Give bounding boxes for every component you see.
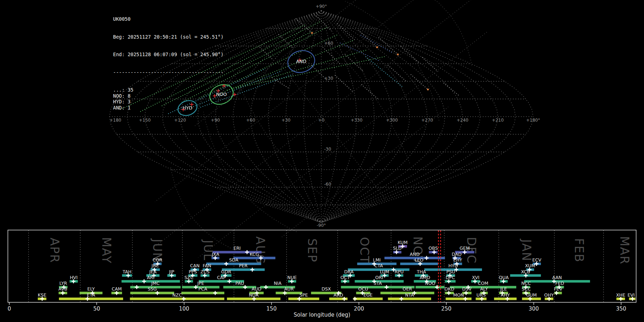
shower-code: KUM (397, 240, 408, 245)
activity-bar (59, 298, 123, 300)
peak-marker (135, 285, 139, 289)
axis-tick-label: 250 (441, 306, 452, 312)
shower-code: DAD (452, 252, 462, 257)
trail-end-point (397, 53, 399, 55)
shower-code: FEV (554, 286, 562, 292)
activity-bar (130, 292, 174, 294)
latitude-label: -30 (324, 147, 331, 152)
peak-marker (250, 268, 254, 272)
separator: -------------------------------------- (113, 69, 224, 75)
shower-code: MON (453, 292, 464, 298)
shower-counts: ...: 35NOO: 8HYD: 3AND: 1 (113, 87, 224, 111)
shower-code: NDA (249, 292, 259, 298)
shower-code: AUR (284, 286, 294, 292)
shower-code: AAN (552, 275, 562, 280)
month-label: MAY (99, 237, 113, 264)
shower-code: PPS (189, 269, 197, 274)
axis-tick-label: 100 (179, 306, 189, 312)
shower-code: CAP (217, 275, 226, 280)
shower-code: XHE (616, 292, 625, 298)
shower-code: NCC (521, 280, 531, 286)
shower-code: XCB (521, 269, 530, 274)
shower-code: PSU (446, 269, 455, 274)
shower-dkd: DKD (444, 286, 454, 295)
activity-bar (233, 257, 275, 259)
shower-code: FAN (203, 263, 211, 268)
meteor-trail (214, 40, 353, 96)
shower-code: SSG (148, 286, 157, 292)
shower-code: HYD (448, 263, 458, 268)
meteor-trail (270, 77, 288, 88)
shower-oct: OCT (340, 275, 350, 283)
count-row: ...: 35 (113, 87, 224, 93)
meteor-trail (335, 75, 353, 92)
activity-bar (288, 298, 319, 300)
shower-zcs: ZCS (200, 269, 209, 278)
meteor-trail (444, 83, 459, 96)
shower-code: CTA (374, 263, 383, 268)
shower-code: NTA (405, 292, 414, 298)
shower-tah: TAH (122, 269, 132, 278)
shower-code: ETA (87, 292, 96, 298)
longitude-label: +300 (386, 118, 398, 123)
shower-code: PER (239, 263, 248, 268)
shower-ohy: OHY (544, 292, 554, 301)
shower-code: GUM (526, 292, 537, 298)
shower-code: ELY (87, 286, 95, 292)
activity-bar (181, 292, 224, 294)
activity-bar (130, 298, 224, 300)
shower-code: CAM (112, 286, 122, 292)
shower-code: NOO (425, 280, 435, 286)
shower-code: DPC (446, 275, 455, 280)
shower-sld: SLD (393, 245, 402, 254)
shower-cam: CAM (111, 286, 122, 295)
peak-marker (224, 262, 228, 266)
shower-code: SDA (229, 257, 238, 263)
shower-code: NZC (172, 292, 182, 298)
month-label: APR (48, 238, 62, 263)
activity-bar (206, 263, 261, 265)
shower-code: AHY (501, 292, 510, 298)
shower-code: SPE (299, 292, 308, 298)
shower-nda: NDA (227, 292, 280, 301)
longitude-label: +30 (282, 118, 291, 123)
trail-end-point (376, 46, 378, 48)
shower-code: AND (410, 252, 420, 257)
longitude-label: +0 (318, 118, 325, 123)
shower-code: OCU (358, 286, 368, 292)
radiant-map-app: +90°-90°+180+150+120+90+60+30+0+330+300+… (0, 0, 644, 322)
shower-code: THA (416, 269, 426, 274)
month-label: FEB (572, 238, 586, 263)
shower-code: EGE (364, 292, 373, 298)
shower-code: JXA (211, 252, 219, 257)
plot-canvas: +90°-90°+180+150+120+90+60+30+0+330+300+… (0, 0, 644, 322)
shower-szc: SZC (184, 275, 193, 283)
month-label: SEP (305, 238, 319, 263)
shower-code: GDR (221, 269, 231, 274)
shower-code: EHY (453, 257, 462, 263)
shower-hvi: HVI (70, 275, 78, 283)
sky-map: +90°-90°+180+150+120+90+60+30+0+330+300+… (0, 0, 644, 322)
meteor-trail (340, 43, 379, 61)
axis-tick-label: 150 (267, 306, 277, 312)
count-row: AND: 1 (113, 105, 224, 111)
count-row: NOO: 8 (113, 93, 224, 99)
shower-code: URS (477, 292, 486, 298)
shower-code: FED (555, 280, 564, 286)
shower-code: COM (478, 280, 488, 286)
peak-marker (142, 279, 146, 283)
meteor-trail (358, 30, 377, 47)
axis-tick-label: 0 (8, 306, 11, 312)
meteor-trail (361, 84, 379, 99)
shower-code: LMI (373, 257, 381, 263)
shower-rpu: RPU (395, 269, 404, 278)
pole-bottom-label: -90° (317, 223, 326, 228)
peak-marker (463, 297, 467, 301)
station-id: UK0050 (113, 16, 224, 22)
activity-bar (494, 298, 517, 300)
month-label: AUG (253, 236, 267, 264)
shower-evi: EVI (628, 292, 635, 301)
pole-top-label: +90° (316, 4, 327, 9)
shower-code: ERI (234, 245, 241, 251)
radiant-label: AND (296, 59, 307, 64)
